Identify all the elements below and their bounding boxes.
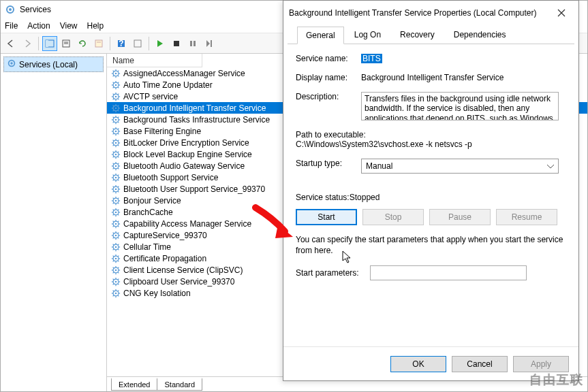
menu-file[interactable]: File — [5, 21, 18, 31]
gear-icon — [111, 103, 121, 113]
svg-line-57 — [118, 105, 119, 105]
svg-point-189 — [115, 269, 117, 271]
svg-line-166 — [113, 238, 114, 238]
show-hide-tree-button[interactable] — [42, 36, 57, 51]
svg-line-116 — [113, 180, 114, 180]
svg-line-74 — [113, 128, 114, 129]
svg-line-214 — [113, 290, 114, 291]
svg-line-36 — [113, 87, 114, 88]
service-name: Base Filtering Engine — [123, 127, 201, 136]
svg-point-79 — [115, 142, 117, 144]
svg-line-127 — [118, 186, 119, 186]
startup-type-select[interactable]: Manual — [361, 159, 559, 174]
dialog-title-bar[interactable]: Background Intelligent Transfer Service … — [283, 1, 578, 25]
svg-rect-13 — [190, 41, 192, 46]
svg-line-216 — [113, 295, 114, 296]
svg-line-75 — [118, 133, 119, 134]
svg-line-47 — [118, 93, 119, 94]
svg-line-35 — [118, 87, 119, 88]
tab-logon[interactable]: Log On — [345, 26, 390, 44]
svg-line-114 — [113, 174, 114, 175]
service-name: BitLocker Drive Encryption Service — [123, 138, 249, 148]
tab-recovery[interactable]: Recovery — [391, 26, 444, 44]
svg-line-55 — [118, 110, 119, 111]
start-service-button[interactable] — [153, 36, 168, 51]
back-button[interactable] — [3, 36, 18, 51]
svg-point-109 — [115, 176, 117, 178]
svg-line-67 — [118, 116, 119, 117]
service-name: Bluetooth Audio Gateway Service — [123, 161, 245, 171]
svg-line-34 — [113, 82, 114, 82]
tab-general[interactable]: General — [297, 27, 344, 44]
nav-panel: Services (Local) — [1, 54, 107, 391]
close-button[interactable] — [550, 3, 573, 22]
start-parameters-input[interactable] — [370, 265, 527, 280]
tab-standard[interactable]: Standard — [157, 378, 202, 391]
svg-line-197 — [118, 267, 119, 267]
svg-point-159 — [115, 234, 117, 236]
forward-button[interactable] — [20, 36, 35, 51]
label-service-status: Service status: — [296, 193, 350, 202]
svg-line-44 — [113, 93, 114, 94]
export-button[interactable] — [59, 36, 74, 51]
service-name: Cellular Time — [123, 242, 171, 252]
svg-line-54 — [113, 105, 114, 105]
help-text: You can specify the start parameters tha… — [296, 235, 566, 256]
svg-line-45 — [118, 99, 119, 99]
gear-icon — [111, 184, 121, 194]
svg-line-195 — [118, 272, 119, 273]
label-description: Description: — [296, 92, 361, 101]
svg-point-29 — [115, 84, 117, 86]
svg-line-157 — [118, 220, 119, 221]
svg-point-169 — [115, 246, 117, 248]
svg-line-217 — [118, 290, 119, 291]
svg-line-176 — [113, 249, 114, 250]
menu-help[interactable]: Help — [87, 21, 104, 31]
pause-service-button[interactable] — [185, 36, 200, 51]
help-button[interactable]: ? — [114, 36, 129, 51]
gear-icon — [111, 80, 121, 90]
svg-line-64 — [113, 116, 114, 117]
svg-line-104 — [113, 163, 114, 163]
service-name: AssignedAccessManager Service — [123, 69, 245, 78]
svg-point-49 — [115, 107, 117, 109]
gear-icon — [111, 196, 121, 206]
svg-line-86 — [113, 145, 114, 146]
menu-action[interactable]: Action — [27, 21, 50, 31]
restart-service-button[interactable] — [202, 36, 217, 51]
svg-line-135 — [118, 203, 119, 203]
svg-rect-15 — [211, 40, 212, 47]
gear-icon — [111, 150, 121, 159]
description-box[interactable]: Transfers files in the background using … — [361, 92, 559, 120]
gear-icon — [111, 231, 121, 240]
svg-line-165 — [118, 238, 119, 238]
tab-dependencies[interactable]: Dependencies — [445, 26, 515, 44]
svg-text:?: ? — [119, 39, 123, 48]
label-service-name: Service name: — [296, 54, 361, 63]
service-name: Client License Service (ClipSVC) — [123, 265, 243, 275]
svg-line-206 — [113, 284, 114, 284]
refresh-button[interactable] — [75, 36, 90, 51]
stop-service-button[interactable] — [169, 36, 184, 51]
menu-view[interactable]: View — [60, 21, 78, 31]
svg-line-204 — [113, 278, 114, 279]
value-path: C:\Windows\System32\svchost.exe -k netsv… — [296, 140, 566, 149]
start-button[interactable]: Start — [296, 209, 357, 225]
tab-extended[interactable]: Extended — [111, 378, 157, 391]
svg-line-174 — [113, 244, 114, 244]
column-header-name[interactable]: Name — [107, 54, 202, 67]
nav-services-local[interactable]: Services (Local) — [3, 56, 104, 72]
svg-line-46 — [113, 99, 114, 99]
svg-line-117 — [118, 174, 119, 175]
nav-label: Services (Local) — [19, 60, 78, 69]
svg-point-149 — [115, 223, 117, 225]
toolbar-button-1[interactable] — [130, 36, 145, 51]
svg-rect-7 — [95, 40, 102, 47]
svg-point-129 — [115, 199, 117, 201]
ok-button[interactable]: OK — [390, 356, 446, 372]
cancel-button[interactable]: Cancel — [452, 356, 508, 372]
properties-button[interactable] — [91, 36, 106, 51]
gear-icon — [111, 92, 121, 101]
svg-line-134 — [113, 197, 114, 198]
svg-rect-3 — [46, 40, 48, 47]
